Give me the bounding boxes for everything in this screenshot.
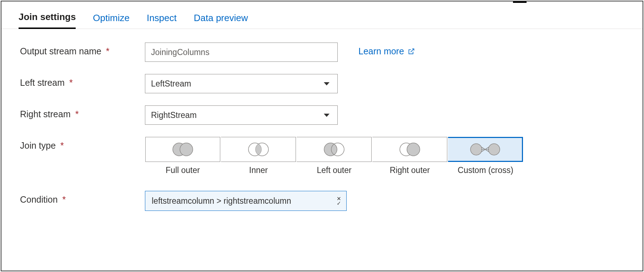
- settings-panel: Join settings Optimize Inspect Data prev…: [1, 1, 643, 271]
- join-type-option-full-outer: Full outer: [145, 137, 221, 175]
- right-stream-value: RightStream: [151, 110, 197, 120]
- label-join-type: Join type *: [20, 137, 145, 151]
- tab-data-preview[interactable]: Data preview: [194, 13, 248, 29]
- inner-icon: [246, 142, 271, 157]
- join-type-full-outer-button[interactable]: [145, 137, 220, 162]
- check-icon: ✓: [337, 201, 341, 206]
- required-marker: *: [69, 78, 73, 88]
- label-text: Right stream: [20, 109, 71, 119]
- chevron-down-icon: [324, 114, 329, 117]
- required-marker: *: [60, 140, 64, 150]
- custom-cross-icon: [469, 142, 501, 157]
- row-right-stream: Right stream * RightStream: [20, 105, 624, 125]
- required-marker: *: [106, 46, 110, 56]
- output-stream-name-value: JoiningColumns: [151, 48, 210, 57]
- row-condition: Condition * leftstreamcolumn > rightstre…: [20, 191, 624, 211]
- label-right-stream: Right stream *: [20, 105, 145, 119]
- join-type-inner-label: Inner: [249, 165, 268, 175]
- join-type-option-inner: Inner: [221, 137, 296, 175]
- tab-bar: Join settings Optimize Inspect Data prev…: [1, 1, 643, 29]
- label-output-stream-name: Output stream name *: [20, 43, 145, 56]
- join-type-right-outer-label: Right outer: [390, 165, 430, 175]
- join-type-full-outer-label: Full outer: [166, 165, 200, 175]
- label-text: Condition: [20, 194, 58, 204]
- svg-point-1: [180, 143, 193, 156]
- join-type-left-outer-button[interactable]: [297, 137, 372, 162]
- learn-more-text: Learn more: [358, 46, 404, 56]
- label-text: Join type: [20, 140, 56, 150]
- left-stream-select[interactable]: LeftStream: [145, 74, 338, 93]
- svg-point-10: [471, 144, 482, 155]
- label-text: Left stream: [20, 78, 65, 88]
- join-type-option-right-outer: Right outer: [372, 137, 448, 175]
- condition-input[interactable]: leftstreamcolumn > rightstreamcolumn ✕ ✓: [145, 191, 347, 211]
- top-marker: [513, 1, 527, 3]
- tab-optimize[interactable]: Optimize: [93, 13, 130, 29]
- right-outer-icon: [397, 142, 423, 157]
- join-type-inner-button[interactable]: [221, 137, 296, 162]
- join-type-group: Full outer Inner: [145, 137, 523, 175]
- output-stream-name-input[interactable]: JoiningColumns: [145, 43, 338, 62]
- tab-join-settings[interactable]: Join settings: [19, 11, 76, 29]
- right-stream-select[interactable]: RightStream: [145, 105, 338, 125]
- external-link-icon: [408, 48, 415, 55]
- tab-inspect[interactable]: Inspect: [147, 13, 177, 29]
- svg-point-9: [407, 143, 420, 156]
- chevron-down-icon: [324, 82, 329, 85]
- svg-point-11: [488, 144, 500, 155]
- full-outer-icon: [170, 142, 196, 157]
- row-left-stream: Left stream * LeftStream: [20, 74, 624, 93]
- required-marker: *: [75, 109, 79, 119]
- learn-more-link[interactable]: Learn more: [358, 43, 415, 56]
- condition-status-icons: ✕ ✓: [337, 196, 341, 206]
- join-type-right-outer-button[interactable]: [372, 137, 447, 162]
- join-type-left-outer-label: Left outer: [317, 165, 351, 175]
- label-condition: Condition *: [20, 191, 145, 205]
- join-type-custom-cross-button[interactable]: [448, 137, 523, 162]
- svg-point-6: [324, 143, 337, 156]
- label-text: Output stream name: [20, 46, 101, 56]
- form-content: Output stream name * JoiningColumns Lear…: [1, 29, 643, 211]
- row-output-stream-name: Output stream name * JoiningColumns Lear…: [20, 43, 624, 62]
- join-type-option-custom-cross: Custom (cross): [448, 137, 523, 175]
- row-join-type: Join type * Full outer: [20, 137, 624, 175]
- required-marker: *: [62, 194, 66, 204]
- label-left-stream: Left stream *: [20, 74, 145, 88]
- join-type-option-left-outer: Left outer: [296, 137, 372, 175]
- left-stream-value: LeftStream: [151, 79, 191, 89]
- left-outer-icon: [321, 142, 347, 157]
- join-type-custom-cross-label: Custom (cross): [458, 165, 513, 175]
- condition-value: leftstreamcolumn > rightstreamcolumn: [152, 196, 291, 206]
